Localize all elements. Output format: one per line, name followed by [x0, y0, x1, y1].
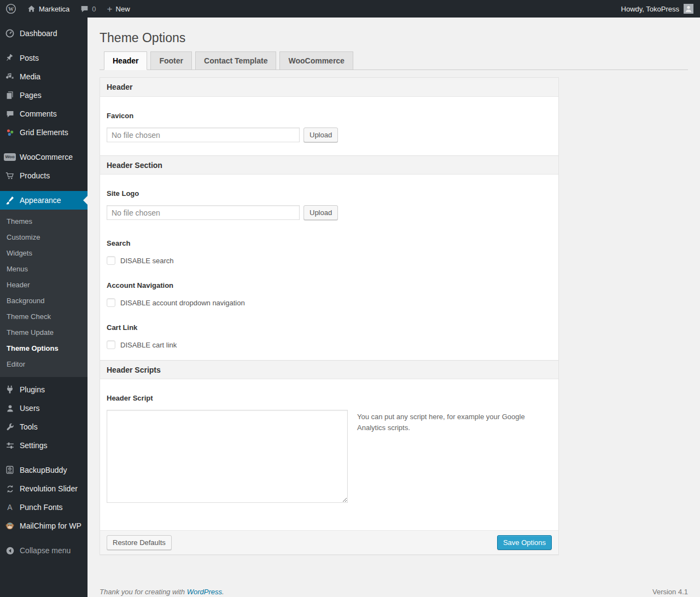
- sidebar-item-collapse-menu[interactable]: Collapse menu: [0, 541, 88, 560]
- submenu-item-header[interactable]: Header: [0, 277, 88, 293]
- new-label: New: [116, 5, 130, 13]
- new-content-menu[interactable]: + New: [102, 0, 136, 18]
- sidebar-item-woocommerce[interactable]: Woo WooCommerce: [0, 148, 88, 166]
- sidebar-item-label: Appearance: [20, 196, 61, 205]
- dashboard-icon: [4, 28, 15, 39]
- comments-menu[interactable]: 0: [75, 0, 101, 18]
- site-logo-upload-button[interactable]: Upload: [304, 205, 338, 220]
- media-icon: [4, 71, 15, 82]
- pages-icon: [4, 90, 15, 101]
- submenu-item-theme-update[interactable]: Theme Update: [0, 324, 88, 340]
- plus-icon: +: [107, 4, 113, 14]
- site-name-label: Marketica: [39, 5, 69, 13]
- refresh-icon: [4, 483, 15, 494]
- wrench-icon: [4, 421, 15, 432]
- submenu-item-menus[interactable]: Menus: [0, 261, 88, 277]
- sidebar-item-label: Comments: [20, 109, 57, 118]
- plugin-icon: [4, 384, 15, 395]
- tab-woocommerce[interactable]: WooCommerce: [279, 51, 353, 70]
- script-hint-text: You can put any script here, for example…: [357, 410, 527, 503]
- sidebar-item-posts[interactable]: Posts: [0, 49, 88, 67]
- header-section-fields: Site Logo Upload Search DISABLE search A…: [100, 189, 558, 360]
- version-text: Version 4.1: [652, 588, 688, 596]
- sidebar-item-punch-fonts[interactable]: A Punch Fonts: [0, 498, 88, 517]
- sidebar-item-label: Posts: [20, 54, 39, 62]
- sidebar-item-backupbuddy[interactable]: BackupBuddy: [0, 461, 88, 479]
- sidebar-item-label: Revolution Slider: [20, 484, 78, 493]
- tab-contact-template[interactable]: Contact Template: [195, 51, 276, 70]
- sidebar-item-tools[interactable]: Tools: [0, 418, 88, 436]
- submenu-item-widgets[interactable]: Widgets: [0, 245, 88, 261]
- current-menu-arrow: [83, 196, 88, 205]
- header-script-textarea[interactable]: [107, 410, 348, 503]
- sidebar-item-label: Media: [20, 72, 40, 81]
- comment-bubble-icon: [80, 5, 89, 13]
- favicon-label: Favicon: [107, 112, 552, 120]
- sidebar-item-comments[interactable]: Comments: [0, 105, 88, 123]
- sidebar-item-mailchimp[interactable]: MailChimp for WP: [0, 517, 88, 535]
- submenu-item-themes[interactable]: Themes: [0, 213, 88, 229]
- submenu-item-customize[interactable]: Customize: [0, 229, 88, 245]
- sidebar-item-label: Collapse menu: [20, 546, 71, 555]
- submenu-item-background[interactable]: Background: [0, 293, 88, 309]
- backup-icon: [4, 465, 15, 476]
- howdy-label: Howdy, TokoPress: [621, 5, 679, 13]
- sidebar-item-label: Grid Elements: [20, 128, 68, 137]
- sidebar-item-plugins[interactable]: Plugins: [0, 380, 88, 399]
- admin-sidebar: Dashboard Posts Media Pages Comments: [0, 18, 88, 597]
- sidebar-item-pages[interactable]: Pages: [0, 86, 88, 105]
- sidebar-item-media[interactable]: Media: [0, 67, 88, 86]
- sidebar-item-appearance[interactable]: Appearance: [0, 191, 88, 210]
- sidebar-item-revolution-slider[interactable]: Revolution Slider: [0, 479, 88, 498]
- menu-separator: [0, 185, 88, 191]
- site-logo-input[interactable]: [107, 205, 300, 220]
- sidebar-item-products[interactable]: Products: [0, 166, 88, 185]
- letter-a-icon: A: [4, 502, 15, 513]
- thanks-prefix: Thank you for creating with: [100, 588, 187, 596]
- sidebar-item-label: Products: [20, 171, 50, 180]
- sidebar-item-label: Tools: [20, 422, 38, 431]
- comment-count: 0: [92, 5, 96, 13]
- favicon-input[interactable]: [107, 127, 300, 142]
- sidebar-item-settings[interactable]: Settings: [0, 436, 88, 455]
- disable-account-label: DISABLE account dropdown navigation: [120, 299, 245, 307]
- submenu-item-theme-check[interactable]: Theme Check: [0, 309, 88, 324]
- account-menu[interactable]: Howdy, TokoPress: [615, 4, 700, 14]
- header-script-label: Header Script: [107, 394, 552, 402]
- menu-separator: [0, 142, 88, 148]
- header-script-block: Header Script You can put any script her…: [100, 394, 558, 530]
- account-navigation-label: Account Navigation: [107, 281, 552, 289]
- favicon-upload-button[interactable]: Upload: [304, 127, 338, 142]
- site-logo-label: Site Logo: [107, 189, 552, 198]
- wordpress-logo-menu[interactable]: W: [0, 0, 22, 18]
- disable-cart-label: DISABLE cart link: [120, 341, 177, 349]
- wordpress-link[interactable]: WordPress: [187, 588, 222, 596]
- sidebar-item-dashboard[interactable]: Dashboard: [0, 24, 88, 43]
- restore-defaults-button[interactable]: Restore Defaults: [107, 535, 172, 550]
- page-title: Theme Options: [100, 18, 688, 51]
- sidebar-item-label: Plugins: [20, 385, 45, 394]
- monkey-icon: [4, 520, 15, 531]
- admin-bar: W Marketica 0 + New Howdy, TokoPress: [0, 0, 700, 18]
- tab-footer[interactable]: Footer: [150, 51, 192, 70]
- avatar: [684, 4, 693, 14]
- tab-header[interactable]: Header: [104, 51, 147, 70]
- disable-cart-checkbox[interactable]: [107, 340, 115, 349]
- sidebar-item-grid-elements[interactable]: Grid Elements: [0, 123, 88, 142]
- submenu-item-theme-options[interactable]: Theme Options: [0, 340, 88, 356]
- submenu-item-editor[interactable]: Editor: [0, 356, 88, 372]
- menu-separator: [0, 43, 88, 49]
- site-name-menu[interactable]: Marketica: [22, 0, 75, 18]
- disable-search-label: DISABLE search: [120, 257, 174, 265]
- sliders-icon: [4, 440, 15, 451]
- section-header: Header: [100, 78, 558, 97]
- section-header-scripts: Header Scripts: [100, 360, 558, 379]
- sidebar-item-label: WooCommerce: [20, 153, 73, 161]
- menu-separator: [0, 455, 88, 461]
- sidebar-item-label: Users: [20, 404, 40, 413]
- footer-thanks-text: Thank you for creating with WordPress.: [100, 588, 224, 596]
- save-options-button[interactable]: Save Options: [497, 535, 552, 550]
- disable-account-checkbox[interactable]: [107, 298, 115, 307]
- sidebar-item-users[interactable]: Users: [0, 399, 88, 418]
- disable-search-checkbox[interactable]: [107, 256, 115, 265]
